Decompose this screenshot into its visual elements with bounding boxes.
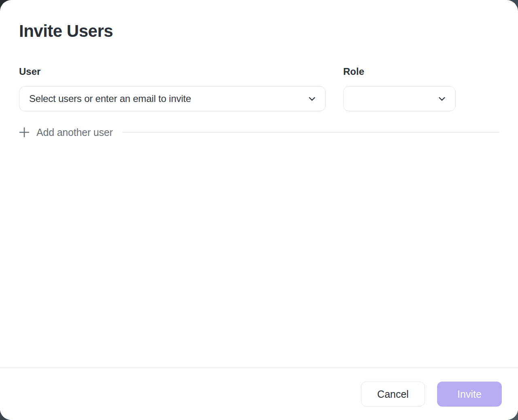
dialog-footer: Cancel Invite (0, 367, 518, 420)
user-field-group: User Select users or enter an email to i… (19, 66, 326, 111)
page-title: Invite Users (19, 22, 499, 40)
add-another-user-button[interactable]: Add another user (19, 127, 113, 138)
cancel-button[interactable]: Cancel (361, 382, 425, 407)
user-select-placeholder: Select users or enter an email to invite (29, 93, 191, 104)
user-select[interactable]: Select users or enter an email to invite (19, 86, 326, 111)
dialog-body: Invite Users User Select users or enter … (0, 22, 518, 142)
plus-icon (19, 127, 30, 138)
add-another-user-row: Add another user (19, 123, 499, 142)
invite-button[interactable]: Invite (437, 382, 502, 407)
user-field-label: User (19, 66, 326, 78)
role-select[interactable] (343, 86, 456, 111)
invite-users-dialog: Invite Users User Select users or enter … (0, 0, 518, 420)
chevron-down-icon (437, 94, 446, 103)
chevron-down-icon (308, 94, 316, 103)
role-field-label: Role (343, 66, 456, 78)
role-field-group: Role (343, 66, 456, 111)
row-divider (123, 132, 499, 133)
add-another-user-label: Add another user (36, 127, 113, 138)
invite-row: User Select users or enter an email to i… (19, 66, 499, 111)
